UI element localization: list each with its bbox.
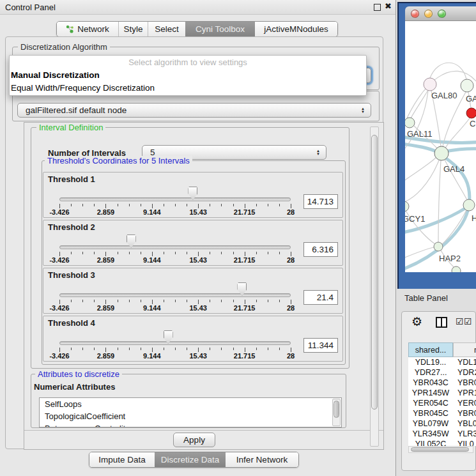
numerical-attributes-heading: Numerical Attributes	[34, 382, 115, 392]
cell-shared-name[interactable]: YBR043C	[408, 378, 453, 388]
threshold-3-label: Threshold 3	[48, 270, 95, 280]
network-edge-highlighted[interactable]	[445, 149, 476, 151]
tab-style[interactable]: Style	[118, 22, 148, 36]
scrollbar-thumb[interactable]	[371, 135, 378, 410]
network-edge[interactable]	[405, 157, 436, 182]
cell-shared-name[interactable]: YDL19...	[408, 357, 453, 367]
threshold-3-slider-track[interactable]	[59, 293, 291, 297]
threshold-1-value-field[interactable]: 14.713	[303, 194, 338, 209]
threshold-2-slider-track[interactable]	[59, 245, 291, 249]
zoom-traffic-light[interactable]	[438, 10, 446, 18]
table-row[interactable]: YLR345WYLR3	[408, 429, 476, 439]
apply-button[interactable]: Apply	[173, 433, 215, 447]
cell-shared-name[interactable]: YER054C	[408, 398, 453, 408]
network-node-gal4[interactable]	[434, 146, 449, 160]
network-edge[interactable]	[438, 160, 441, 242]
threshold-4-slider-track[interactable]	[59, 341, 291, 345]
minor-tick	[279, 348, 280, 350]
threshold-3-value-field[interactable]: 21.4	[303, 290, 338, 305]
cell-name[interactable]: YBL0	[453, 418, 476, 429]
attribute-item-betweennesscentrality[interactable]: BetweennessCentrality	[40, 422, 341, 427]
attribute-item-selfloops[interactable]: SelfLoops	[40, 398, 341, 410]
threshold-1-slider-track[interactable]	[59, 197, 291, 201]
network-window-titlebar[interactable]	[405, 6, 476, 21]
network-node-gal11[interactable]	[405, 118, 415, 128]
table-row[interactable]: YIL052CYIL0	[408, 439, 476, 446]
network-node-hap2[interactable]	[434, 242, 443, 251]
cell-shared-name[interactable]: YDR27...	[408, 367, 453, 378]
table-row[interactable]: YDL19...YDL1	[408, 357, 476, 367]
column-header-2[interactable]: na	[453, 342, 476, 357]
algorithm-option-manual-discretization[interactable]: Manual Discretization	[10, 69, 366, 82]
interval-definition-group: Interval Definition Number of Intervals …	[31, 127, 349, 369]
select-all-icon[interactable]: ☑	[464, 316, 472, 326]
cell-name[interactable]: YBR0	[453, 378, 476, 388]
numerical-attributes-list[interactable]: SelfLoopsTopologicalCoefficientBetweenne…	[39, 397, 342, 427]
network-node-h[interactable]	[463, 199, 475, 211]
minor-tick	[175, 252, 176, 254]
table-row[interactable]: YBL079WYBL0	[408, 418, 476, 429]
tab-cyni-toolbox[interactable]: Cyni Toolbox	[185, 22, 255, 36]
network-node-gcy1[interactable]	[405, 201, 409, 211]
table-row[interactable]: YBR045CYBR0	[408, 408, 476, 418]
cell-shared-name[interactable]: YBL079W	[408, 418, 453, 429]
tab-select[interactable]: Select	[148, 22, 185, 36]
network-node-unlabeled[interactable]	[452, 266, 461, 272]
cell-name[interactable]: YIL0	[453, 439, 476, 446]
table-row[interactable]: YDR27...YDR2	[408, 367, 476, 378]
cell-name[interactable]: YDR2	[453, 367, 476, 378]
node-label: GAL11	[407, 129, 433, 139]
table-row[interactable]: YER054CYER0	[408, 398, 476, 408]
tick-label: 9.144	[143, 304, 161, 312]
attribute-item-topologicalcoefficient[interactable]: TopologicalCoefficient	[40, 410, 341, 422]
cell-shared-name[interactable]: YPR145W	[408, 388, 453, 398]
network-edge[interactable]	[405, 160, 439, 203]
tab-infer-network[interactable]: Infer Network	[226, 452, 298, 467]
cell-shared-name[interactable]: YIL052C	[408, 439, 453, 446]
cell-shared-name[interactable]: YBR045C	[408, 408, 453, 418]
network-node-c[interactable]	[466, 108, 476, 118]
minimize-traffic-light[interactable]	[424, 10, 433, 18]
close-icon[interactable]: ✖	[385, 1, 392, 11]
tab-jactivemnodules[interactable]: jActiveMNodules	[255, 22, 337, 36]
table-row[interactable]: YPR145WYPR1	[408, 388, 476, 398]
network-canvas[interactable]: GAL80GACGAL11GAL4GCY1HHAP2	[405, 21, 476, 272]
threshold-2-value-field[interactable]: 6.316	[303, 242, 338, 257]
table-settings-gear-icon[interactable]: ⚙	[411, 314, 422, 329]
cell-shared-name[interactable]: YLR345W	[408, 429, 453, 439]
tab-impute-data[interactable]: Impute Data	[89, 452, 155, 467]
minor-tick	[221, 348, 222, 350]
cell-name[interactable]: YDL1	[453, 357, 476, 367]
threshold-4-value-field[interactable]: 11.344	[303, 338, 338, 353]
scrollbar-thumb[interactable]	[411, 447, 469, 452]
table-horizontal-scrollbar[interactable]	[408, 446, 473, 453]
float-window-icon[interactable]	[374, 4, 381, 11]
network-edge[interactable]	[430, 63, 466, 79]
close-traffic-light[interactable]	[411, 10, 419, 18]
table-data-combobox[interactable]: galFiltered.sif default node ▲▼	[17, 103, 371, 118]
minor-tick	[256, 204, 257, 206]
cell-name[interactable]: YER0	[453, 398, 476, 408]
network-view-window[interactable]: GAL80GACGAL11GAL4GCY1HHAP2	[397, 2, 476, 289]
tab-network[interactable]: Network	[57, 22, 118, 36]
settings-scrollbar[interactable]	[370, 127, 379, 447]
screen: Control Panel ✖ NetworkStyleSelectCyni T…	[0, 0, 476, 476]
network-node-gal80[interactable]	[424, 78, 436, 91]
select-columns-icon[interactable]: ☑	[456, 316, 464, 326]
cell-name[interactable]: YLR3	[453, 429, 476, 439]
minor-tick	[129, 252, 130, 254]
attributes-list-scrollbar[interactable]	[332, 399, 341, 426]
cell-name[interactable]: YPR1	[453, 388, 476, 398]
table-data-selected-value: galFiltered.sif default node	[26, 105, 127, 115]
minor-tick	[141, 204, 141, 206]
column-header-1[interactable]: shared...	[408, 342, 453, 357]
threshold-2-panel: Threshold 2 6.316 -3.4262.8599.14415.432…	[43, 220, 343, 266]
table-row[interactable]: YBR043CYBR0	[408, 378, 476, 388]
scrollbar-thumb[interactable]	[334, 401, 339, 418]
algorithm-option-equal-width-frequency-discretization[interactable]: Equal Width/Frequency Discretization	[10, 82, 366, 95]
network-node-ga[interactable]	[461, 79, 473, 92]
split-columns-icon[interactable]	[436, 317, 447, 328]
discretization-algorithm-group-title: Discretization Algorithm	[18, 42, 110, 52]
cell-name[interactable]: YBR0	[453, 408, 476, 418]
tab-discretize-data[interactable]: Discretize Data	[155, 452, 226, 467]
